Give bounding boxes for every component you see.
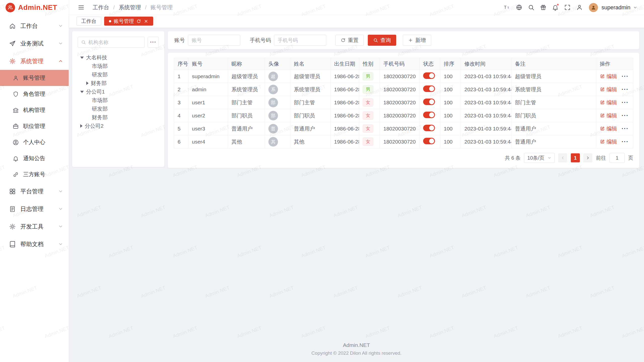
- main-area: 工作台 / 系统管理 / 账号管理 TT: [69, 0, 644, 362]
- sidebar-item-platform-management[interactable]: 平台管理: [0, 183, 69, 200]
- breadcrumb-item-current: 账号管理: [150, 4, 173, 11]
- org-tree-panel: ··· 大名科技 市场部 研发部 财务部 分公司1 市场部 研发部 财务部 分公…: [72, 31, 164, 167]
- tree-node-label: 分公司1: [86, 88, 105, 95]
- sidebar-item-dev-tools[interactable]: 开发工具: [0, 218, 69, 235]
- tree-node[interactable]: 市场部: [78, 62, 159, 70]
- table-row: 2 admin 系统管理员 系 系统管理员 1986-06-28 男 18020…: [174, 83, 633, 96]
- more-actions-button[interactable]: ···: [622, 125, 629, 132]
- status-toggle[interactable]: [423, 85, 435, 92]
- next-page-button[interactable]: [583, 153, 592, 162]
- status-toggle[interactable]: [423, 112, 435, 118]
- edit-button[interactable]: 编辑: [600, 112, 617, 119]
- caret-down-icon[interactable]: [80, 57, 84, 59]
- reset-button[interactable]: 重置: [335, 35, 364, 46]
- cell-nickname: 部门主管: [228, 96, 265, 109]
- edit-button[interactable]: 编辑: [600, 125, 617, 132]
- chevron-down-icon: [58, 206, 63, 211]
- page-number-button[interactable]: 1: [571, 153, 580, 162]
- status-toggle[interactable]: [423, 125, 435, 131]
- collapse-menu-button[interactable]: [75, 2, 87, 13]
- sidebar-item-workbench[interactable]: 工作台: [0, 17, 69, 35]
- tree-node[interactable]: 财务部: [78, 79, 159, 87]
- user-avatar[interactable]: [589, 3, 598, 12]
- gear-icon: [9, 58, 16, 65]
- gender-badge: 男: [363, 85, 373, 93]
- more-actions-button[interactable]: ···: [622, 86, 629, 93]
- breadcrumb-item[interactable]: 系统管理: [119, 4, 141, 11]
- status-toggle[interactable]: [423, 72, 435, 79]
- phone-input[interactable]: [274, 35, 326, 46]
- avatar: 其: [268, 137, 278, 147]
- tree-more-button[interactable]: ···: [148, 37, 159, 48]
- profile-settings-button[interactable]: [574, 2, 585, 13]
- font-size-button[interactable]: TT: [501, 2, 512, 13]
- org-search-input[interactable]: [88, 39, 141, 45]
- cell-order: 100: [440, 135, 461, 148]
- tree-node[interactable]: 分公司2: [78, 122, 159, 130]
- edit-button[interactable]: 编辑: [600, 86, 617, 93]
- tree-node[interactable]: 大名科技: [78, 53, 159, 62]
- more-actions-button[interactable]: ···: [622, 112, 629, 119]
- more-actions-button[interactable]: ···: [622, 99, 629, 106]
- theme-button[interactable]: [538, 2, 549, 13]
- sidebar-item-log-management[interactable]: 日志管理: [0, 200, 69, 218]
- plus-icon: [408, 38, 413, 43]
- goto-page-input[interactable]: [610, 153, 625, 163]
- edit-button[interactable]: 编辑: [600, 138, 617, 145]
- status-toggle[interactable]: [423, 138, 435, 144]
- breadcrumb-item[interactable]: 工作台: [93, 4, 109, 11]
- prev-page-button[interactable]: [558, 153, 567, 162]
- status-toggle[interactable]: [423, 99, 435, 105]
- tree-node[interactable]: 研发部: [78, 70, 159, 79]
- tree-node[interactable]: 分公司1: [78, 87, 159, 96]
- sidebar-item-personal-center[interactable]: 个人中心: [0, 134, 69, 150]
- sidebar-item-notices[interactable]: 通知公告: [0, 150, 69, 166]
- tree-node[interactable]: 研发部: [78, 105, 159, 113]
- notifications-button[interactable]: [550, 2, 561, 13]
- close-icon[interactable]: [144, 19, 148, 24]
- cell-name: 超级管理员: [290, 70, 331, 83]
- grid-icon: [9, 188, 16, 195]
- sidebar-item-account-management[interactable]: 账号管理: [0, 70, 69, 86]
- tab-account-management[interactable]: 账号管理: [104, 17, 153, 26]
- global-search-button[interactable]: [526, 2, 537, 13]
- more-actions-button[interactable]: ···: [622, 73, 629, 79]
- edit-button[interactable]: 编辑: [600, 99, 617, 106]
- sidebar-item-label: 开发工具: [20, 223, 44, 231]
- more-actions-button[interactable]: ···: [622, 139, 629, 145]
- active-tab-dot: [109, 20, 111, 22]
- tab-workbench[interactable]: 工作台: [76, 17, 101, 26]
- tree-node[interactable]: 市场部: [78, 96, 159, 105]
- edit-button[interactable]: 编辑: [600, 73, 617, 80]
- account-input[interactable]: [188, 35, 240, 46]
- sidebar-item-position-management[interactable]: 职位管理: [0, 118, 69, 134]
- fullscreen-button[interactable]: [562, 2, 573, 13]
- sidebar-item-system-management[interactable]: 系统管理: [0, 52, 69, 70]
- refresh-icon[interactable]: [136, 19, 141, 24]
- caret-right-icon[interactable]: [80, 124, 83, 128]
- sidebar-item-third-party-accounts[interactable]: 三方账号: [0, 166, 69, 183]
- search-icon: [528, 4, 535, 11]
- cell-name: 部门职员: [290, 109, 331, 122]
- query-button[interactable]: 查询: [368, 35, 396, 46]
- sidebar-item-label: 工作台: [20, 22, 38, 30]
- page-size-select[interactable]: 10条/页: [524, 153, 555, 163]
- column-header: 出生日期: [331, 58, 359, 70]
- sidebar-item-label: 个人中心: [23, 139, 45, 146]
- add-button[interactable]: 新增: [403, 35, 431, 46]
- page-content: ··· 大名科技 市场部 研发部 财务部 分公司1 市场部 研发部 财务部 分公…: [69, 28, 644, 168]
- cell-phone: 18020030720: [380, 122, 420, 135]
- caret-right-icon[interactable]: [86, 81, 89, 85]
- tree-node[interactable]: 财务部: [78, 113, 159, 122]
- avatar: 超: [268, 72, 278, 81]
- sidebar-item-help-docs[interactable]: 帮助文档: [0, 235, 69, 253]
- sidebar-item-label: 职位管理: [23, 122, 45, 130]
- username-label[interactable]: superadmin: [601, 4, 630, 11]
- edit-icon: [600, 126, 605, 131]
- chevron-down-icon[interactable]: [633, 5, 637, 10]
- sidebar-item-business-test[interactable]: 业务测试: [0, 35, 69, 52]
- caret-down-icon[interactable]: [80, 91, 84, 93]
- sidebar-item-org-management[interactable]: 机构管理: [0, 102, 69, 118]
- language-button[interactable]: [513, 2, 525, 13]
- sidebar-item-role-management[interactable]: 角色管理: [0, 86, 69, 102]
